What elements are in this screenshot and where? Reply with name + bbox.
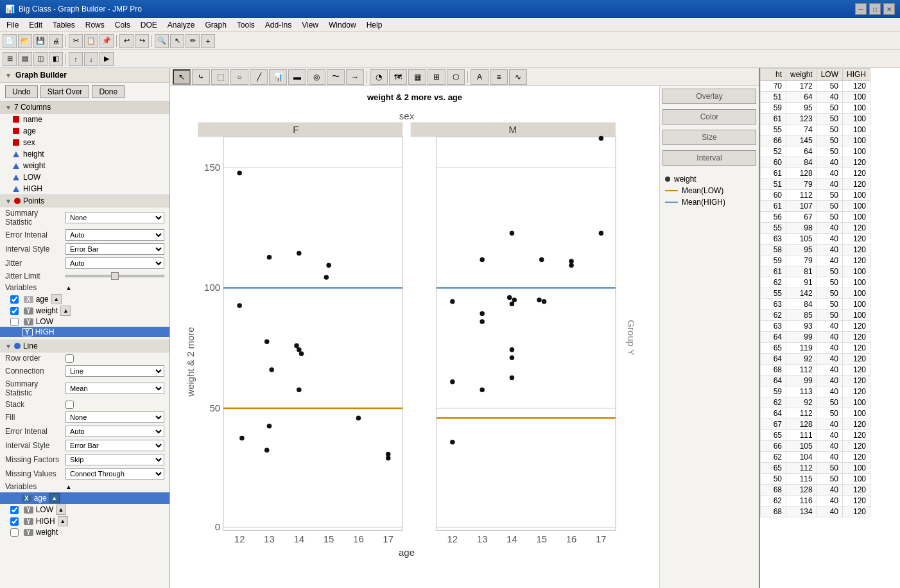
menu-help[interactable]: Help [363,20,386,30]
col-height[interactable]: height [0,148,169,160]
line-summary-stat-select[interactable]: Mean [65,383,164,394]
gtool-brush[interactable]: ⬚ [211,69,229,85]
col-sex[interactable]: sex [0,137,169,148]
gtool-dist[interactable]: ∿ [509,69,527,85]
overlay-button[interactable]: Overlay [662,89,756,104]
points-section-header[interactable]: ▼ Points [0,195,169,207]
fill-select[interactable]: None [65,411,164,423]
points-var-y-high[interactable]: Y HIGH [0,327,169,337]
gtool-smooth[interactable]: 〜 [327,69,345,85]
menu-analyze[interactable]: Analyze [164,20,199,30]
points-var-y-weight[interactable]: Y weight ▲ [0,305,169,316]
col-header-high[interactable]: HIGH [843,69,870,81]
tool2-d[interactable]: ◧ [49,52,63,66]
minimize-button[interactable]: ─ [855,3,867,15]
maximize-button[interactable]: □ [869,3,881,15]
menu-file[interactable]: File [3,20,22,30]
col-high[interactable]: HIGH [0,183,169,195]
line-interval-style-select[interactable]: Error Bar [65,440,164,451]
line-var-y-high-checkbox[interactable] [10,517,19,526]
menu-view[interactable]: View [298,20,322,30]
tool2-e[interactable]: ↑ [69,52,83,66]
columns-collapse-icon[interactable]: ▼ [5,104,12,111]
done-button[interactable]: Done [92,85,125,98]
menu-tools[interactable]: Tools [233,20,259,30]
line-var-y-weight-checkbox[interactable] [10,528,19,537]
tool-paste[interactable]: 📌 [100,34,114,48]
gtool-tree[interactable]: ⊞ [428,69,446,85]
gtool-heat[interactable]: ▦ [408,69,426,85]
tool-copy[interactable]: 📋 [84,34,98,48]
line-var-y-weight[interactable]: Y weight [0,527,169,537]
gtool-arrow[interactable]: → [346,69,364,85]
stack-checkbox[interactable] [65,401,74,409]
missing-factors-select[interactable]: Skip [65,454,164,465]
tool2-f[interactable]: ↓ [84,52,98,66]
line-var-x-age[interactable]: X age ▲ [0,492,169,504]
jitter-select[interactable]: Auto [65,257,164,269]
interval-style-select[interactable]: Error Bar [65,243,164,255]
line-error-interval-select[interactable]: Auto [65,426,164,437]
tool-redo[interactable]: ↪ [135,34,149,48]
line-var-y-low[interactable]: Y LOW ▲ [0,504,169,515]
tool-plus[interactable]: + [201,34,215,48]
color-button[interactable]: Color [662,109,756,125]
col-low[interactable]: LOW [0,171,169,183]
tool-cut[interactable]: ✂ [69,34,83,48]
missing-values-select[interactable]: Connect Through [65,468,164,480]
tool-print[interactable]: 🖨 [49,34,63,48]
gtool-labels[interactable]: A [471,69,489,85]
jitter-limit-slider[interactable] [65,275,164,277]
col-age[interactable]: age [0,125,169,137]
gtool-select[interactable]: ↖ [173,69,191,85]
points-var-y-low-checkbox[interactable] [10,318,19,326]
points-var-y-weight-sort[interactable]: ▲ [60,306,71,316]
slider-thumb[interactable] [111,272,119,280]
row-order-checkbox[interactable] [65,354,74,363]
title-bar-buttons[interactable]: ─ □ ✕ [855,3,895,15]
gtool-contour[interactable]: ◎ [307,69,325,85]
tool-save[interactable]: 💾 [33,34,48,48]
summary-stat-select[interactable]: None [65,212,164,223]
line-var-y-low-sort[interactable]: ▲ [56,505,66,515]
menu-addins[interactable]: Add-Ins [261,20,295,30]
line-section-header[interactable]: ▼ Line [0,340,169,352]
col-name[interactable]: name [0,114,169,125]
col-header-low[interactable]: LOW [817,69,842,81]
menu-window[interactable]: Window [325,20,360,30]
gtool-hist[interactable]: ▬ [288,69,306,85]
points-var-y-weight-checkbox[interactable] [10,307,19,315]
points-var-x-age[interactable]: X age ▲ [0,293,169,305]
tool-open[interactable]: 📂 [18,34,32,48]
tool-cursor[interactable]: ↖ [170,34,184,48]
interval-button[interactable]: Interval [662,150,756,166]
tool2-b[interactable]: ▤ [18,52,32,66]
line-var-x-sort[interactable]: ▲ [49,493,60,503]
error-interval-select[interactable]: Auto [65,229,164,241]
menu-graph[interactable]: Graph [201,20,230,30]
tool-new[interactable]: 📄 [3,34,17,48]
size-button[interactable]: Size [662,130,756,145]
tool2-a[interactable]: ⊞ [3,52,17,66]
connection-select[interactable]: Line [65,365,164,377]
menu-doe[interactable]: DOE [137,20,161,30]
gtool-line[interactable]: ╱ [250,69,268,85]
tool-undo[interactable]: ↩ [119,34,134,48]
start-over-button[interactable]: Start Over [40,85,90,98]
col-header-weight[interactable]: weight [786,69,817,81]
points-var-x-sort[interactable]: ▲ [51,294,62,304]
tool2-g[interactable]: ▶ [100,52,114,66]
gtool-bar[interactable]: 📊 [269,69,287,85]
gtool-map[interactable]: 🗺 [389,69,407,85]
menu-cols[interactable]: Cols [111,20,134,30]
menu-tables[interactable]: Tables [49,20,79,30]
gtool-pie[interactable]: ◔ [370,69,388,85]
line-var-y-low-checkbox[interactable] [10,506,19,514]
col-weight[interactable]: weight [0,160,169,171]
line-var-y-high[interactable]: Y HIGH ▲ [0,515,169,527]
tool-zoom[interactable]: 🔍 [155,34,169,48]
undo-button[interactable]: Undo [5,85,38,98]
points-var-y-low[interactable]: Y LOW [0,316,169,327]
tool2-c[interactable]: ◫ [33,52,48,66]
collapse-icon[interactable]: ▼ [5,72,12,79]
